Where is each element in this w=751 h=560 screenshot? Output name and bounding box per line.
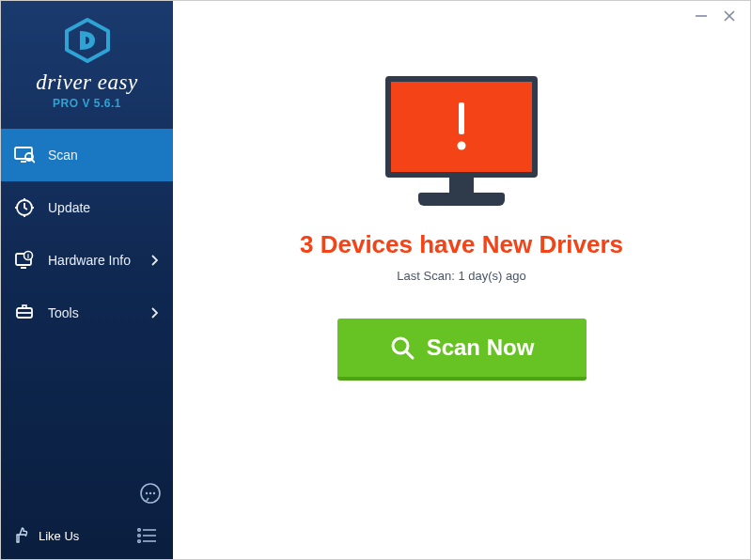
sidebar-item-tools[interactable]: Tools [1,287,173,339]
chevron-right-icon [150,255,158,266]
status-graphic [385,76,538,206]
sidebar-item-label: Scan [48,148,78,163]
tools-icon [14,303,35,323]
hardware-info-icon: i [14,250,35,271]
sidebar-nav: Scan Update i Hardware Info Tools [1,129,173,512]
svg-line-33 [406,351,413,358]
svg-point-18 [146,492,148,494]
svg-text:i: i [27,253,29,259]
feedback-button[interactable] [137,480,164,506]
logo-block: driver easy PRO V 5.6.1 [1,1,173,121]
sidebar-item-label: Hardware Info [48,253,131,268]
svg-point-25 [138,540,141,543]
sidebar: driver easy PRO V 5.6.1 Scan Update i Ha… [1,1,173,559]
svg-rect-11 [21,267,26,269]
last-scan-text: Last Scan: 1 day(s) ago [397,269,525,283]
monitor-icon [385,76,538,178]
svg-rect-30 [459,102,464,134]
sidebar-item-label: Tools [48,305,79,320]
like-us-button[interactable]: Like Us [14,527,79,544]
like-us-label: Like Us [39,529,79,543]
sidebar-item-hardware-info[interactable]: i Hardware Info [1,234,173,287]
close-button[interactable] [722,8,737,23]
svg-point-19 [149,492,151,494]
svg-rect-2 [21,161,26,163]
exclamation-icon [449,99,474,155]
svg-rect-16 [23,305,26,308]
svg-point-21 [138,529,141,532]
gear-update-icon [14,197,35,218]
sidebar-item-update[interactable]: Update [1,181,173,234]
svg-line-4 [32,160,35,163]
svg-point-20 [153,492,155,494]
monitor-scan-icon [14,145,35,165]
svg-point-23 [138,535,141,537]
scan-now-label: Scan Now [427,334,535,361]
search-icon [389,334,415,361]
sidebar-item-label: Update [48,200,90,215]
svg-marker-0 [67,20,108,61]
thumbs-up-icon [14,527,31,544]
chevron-right-icon [150,307,158,319]
sidebar-item-scan[interactable]: Scan [1,129,173,181]
scan-now-button[interactable]: Scan Now [337,319,587,381]
brand-logo-icon [63,18,112,63]
window-controls [694,8,737,23]
brand-name: driver easy [1,70,173,95]
main-content: 3 Devices have New Drivers Last Scan: 1 … [173,1,750,559]
menu-button[interactable] [133,522,160,549]
sidebar-footer: Like Us [1,512,173,559]
headline-text: 3 Devices have New Drivers [300,230,623,259]
svg-point-31 [458,142,466,150]
minimize-button[interactable] [694,8,709,23]
version-label: PRO V 5.6.1 [1,97,173,110]
sidebar-extra-buttons [137,480,164,514]
